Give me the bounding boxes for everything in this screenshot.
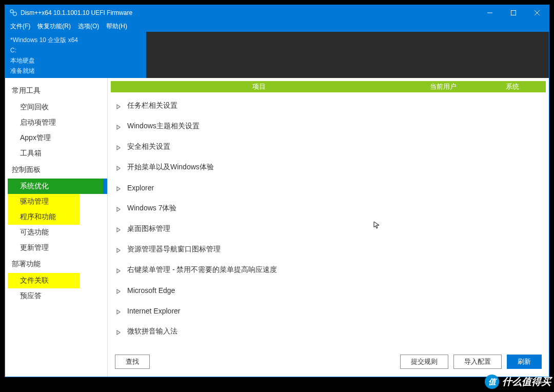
drive-letter: C: xyxy=(10,45,141,55)
maximize-button[interactable] xyxy=(502,5,525,21)
tree-item[interactable]: 开始菜单以及Windows体验 xyxy=(111,157,546,178)
sidebar-item[interactable]: 文件关联 xyxy=(8,273,80,288)
tree-item-label: Windows 7体验 xyxy=(127,204,176,213)
expand-arrow-icon xyxy=(116,123,122,129)
expand-arrow-icon xyxy=(116,287,122,293)
expand-arrow-icon xyxy=(116,144,122,150)
tree-item[interactable]: 微软拼音输入法 xyxy=(111,321,546,342)
tree-item[interactable]: Windows 7体验 xyxy=(111,198,546,219)
sidebar-item[interactable]: 系统优化 xyxy=(8,179,107,194)
refresh-button[interactable]: 刷新 xyxy=(507,355,542,369)
col-project: 项目 xyxy=(111,82,407,91)
os-name: *Windows 10 企业版 x64 xyxy=(10,35,141,45)
os-info-panel[interactable]: *Windows 10 企业版 x64 C: 本地硬盘 准备就绪 xyxy=(5,32,146,78)
tree-item-label: Microsoft Edge xyxy=(127,286,175,295)
main-panel: 项目 当前用户 系统 任务栏相关设置Windows主题相关设置安全相关设置开始菜… xyxy=(108,78,549,377)
info-bar: *Windows 10 企业版 x64 C: 本地硬盘 准备就绪 xyxy=(5,32,549,78)
tree-item-label: 资源管理器导航窗口图标管理 xyxy=(127,245,221,254)
find-button[interactable]: 查找 xyxy=(115,355,150,369)
tree-item[interactable]: 任务栏相关设置 xyxy=(111,95,546,116)
sidebar-item[interactable]: 程序和功能 xyxy=(8,209,80,225)
submit-rule-button[interactable]: 提交规则 xyxy=(400,355,448,369)
sidebar-item[interactable]: 可选功能 xyxy=(8,225,107,240)
status-text: 准备就绪 xyxy=(10,66,141,76)
expand-arrow-icon xyxy=(116,246,122,252)
tree-item[interactable]: Explorer xyxy=(111,178,546,198)
disk-type: 本地硬盘 xyxy=(10,55,141,66)
tree-item[interactable]: 资源管理器导航窗口图标管理 xyxy=(111,239,546,260)
tree-item-label: Windows主题相关设置 xyxy=(127,122,200,131)
minimize-button[interactable] xyxy=(478,5,502,21)
tree-item[interactable]: Internet Explorer xyxy=(111,301,546,321)
expand-arrow-icon xyxy=(116,164,122,170)
footer-bar: 查找 提交规则 导入配置 刷新 xyxy=(111,351,546,377)
window-title: Dism++x64 10.1.1001.10 UEFI Firmware xyxy=(21,9,132,16)
tree-item-label: 桌面图标管理 xyxy=(127,224,170,233)
tree-item-label: 开始菜单以及Windows体验 xyxy=(127,163,214,172)
col-user: 当前用户 xyxy=(407,82,479,91)
import-config-button[interactable]: 导入配置 xyxy=(453,355,502,369)
expand-arrow-icon xyxy=(116,328,122,335)
menu-options[interactable]: 选项(O) xyxy=(78,22,99,31)
sidebar-group-header: 部署功能 xyxy=(8,256,107,273)
menu-file[interactable]: 文件(F) xyxy=(10,22,30,31)
svg-rect-3 xyxy=(511,11,516,15)
svg-point-1 xyxy=(13,12,17,16)
expand-arrow-icon xyxy=(116,205,122,211)
settings-tree[interactable]: 任务栏相关设置Windows主题相关设置安全相关设置开始菜单以及Windows体… xyxy=(111,92,546,351)
sidebar-item[interactable]: 预应答 xyxy=(8,288,107,304)
expand-arrow-icon xyxy=(116,308,122,314)
sidebar-item[interactable]: 工具箱 xyxy=(8,146,107,161)
sidebar-item[interactable]: 启动项管理 xyxy=(8,115,107,130)
sidebar-item[interactable]: Appx管理 xyxy=(8,130,107,146)
tree-item-label: Explorer xyxy=(127,184,154,192)
tree-item[interactable]: 右键菜单管理 - 禁用不需要的菜单提高响应速度 xyxy=(111,260,546,280)
sidebar-item[interactable]: 更新管理 xyxy=(8,240,107,256)
app-icon xyxy=(9,9,17,17)
sidebar: 常用工具空间回收启动项管理Appx管理工具箱控制面板系统优化驱动管理程序和功能可… xyxy=(8,78,108,377)
tree-item-label: 右键菜单管理 - 禁用不需要的菜单提高响应速度 xyxy=(127,265,277,275)
tree-item-label: 任务栏相关设置 xyxy=(127,101,177,110)
expand-arrow-icon xyxy=(116,103,122,109)
tree-item-label: Internet Explorer xyxy=(127,307,181,315)
tree-item[interactable]: Microsoft Edge xyxy=(111,280,546,301)
tree-item[interactable]: Windows主题相关设置 xyxy=(111,116,546,136)
tree-item[interactable]: 安全相关设置 xyxy=(111,136,546,157)
col-system: 系统 xyxy=(479,82,546,91)
tree-item-label: 安全相关设置 xyxy=(127,142,170,151)
watermark-badge: 值 xyxy=(485,375,499,389)
info-dark-panel xyxy=(146,32,549,78)
expand-arrow-icon xyxy=(116,185,122,191)
column-header: 项目 当前用户 系统 xyxy=(111,81,546,92)
sidebar-item[interactable]: 空间回收 xyxy=(8,100,107,115)
menu-help[interactable]: 帮助(H) xyxy=(106,22,127,31)
sidebar-group-header: 常用工具 xyxy=(8,82,107,100)
menubar: 文件(F) 恢复功能(R) 选项(O) 帮助(H) xyxy=(5,21,549,32)
tree-item-label: 微软拼音输入法 xyxy=(127,327,177,336)
expand-arrow-icon xyxy=(116,267,122,273)
close-button[interactable] xyxy=(525,5,549,21)
watermark: 值 什么值得买 xyxy=(485,375,551,389)
titlebar: Dism++x64 10.1.1001.10 UEFI Firmware xyxy=(5,5,549,21)
svg-point-0 xyxy=(10,10,13,13)
sidebar-item[interactable]: 驱动管理 xyxy=(8,194,80,209)
watermark-text: 什么值得买 xyxy=(502,375,551,388)
tree-item[interactable]: 桌面图标管理 xyxy=(111,219,546,239)
sidebar-group-header: 控制面板 xyxy=(8,161,107,179)
menu-recovery[interactable]: 恢复功能(R) xyxy=(37,22,71,31)
expand-arrow-icon xyxy=(116,226,122,232)
